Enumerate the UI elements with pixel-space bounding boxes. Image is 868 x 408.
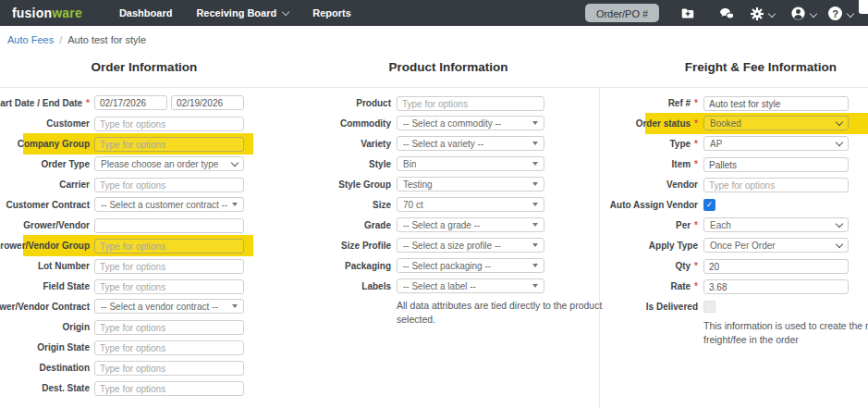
is-delivered-checkbox[interactable] [703,301,715,313]
nav-dashboard[interactable]: Dashboard [119,7,172,19]
form-row-grower-vendor: Grower/Vendor [0,217,248,232]
field-state-input[interactable] [94,279,244,294]
origin-state-input[interactable] [94,340,244,355]
lot-number-input[interactable] [94,259,244,274]
form-row-style-group: Style GroupTesting [305,177,582,192]
breadcrumb-auto-fees-link[interactable]: Auto Fees [7,34,54,45]
variety-control: -- Select a variety -- [397,136,544,151]
customer-contract-selected-value: -- Select a customer contract -- [101,200,227,210]
order-status-label-box: Order status* [605,118,698,129]
per-select[interactable]: Each [703,217,849,232]
company-group-label: Company Group [18,139,90,149]
ref-input[interactable] [703,96,849,111]
order-status-label: Order status [636,118,691,129]
company-group-input[interactable] [94,137,244,152]
form-row-commodity: Commodity-- Select a commodity -- [305,116,582,130]
style-label-box: Style [305,159,391,169]
qty-control [703,257,849,275]
grade-select[interactable]: -- Select a grade -- [397,217,544,232]
customer-label: Customer [46,118,90,129]
rate-input[interactable] [703,279,849,294]
form-row-size: Size70 ct [305,197,582,212]
order-po-search-button[interactable]: Order/PO # [585,4,659,22]
folder-plus-icon[interactable] [679,6,695,21]
vendor-control [703,176,849,193]
user-menu-chevron-icon[interactable] [810,10,817,18]
grower-vendor-input[interactable] [94,218,244,233]
section-heading-freight-fee-information: Freight & Fee Information [630,60,868,74]
dropdown-caret-icon [532,264,538,267]
fusionware-logo[interactable]: fusionware [12,6,82,20]
dropdown-caret-icon [532,243,538,247]
help-menu-chevron-icon[interactable] [847,10,854,18]
gear-menu-chevron-icon[interactable] [768,10,776,18]
style-group-select[interactable]: Testing [397,177,544,192]
ref-label-box: Ref #* [605,98,698,108]
size-select[interactable]: 70 ct [397,197,544,212]
customer-contract-label-box: Customer Contract [0,200,90,210]
order-status-required-asterisk: * [694,118,698,129]
customer-input[interactable] [94,117,244,131]
type-label: Type [669,139,691,149]
item-label-box: Item* [605,159,698,169]
product-control [397,94,544,112]
user-icon[interactable] [790,6,806,21]
grower-vendor-group-control [94,237,244,254]
grower-vendor-group-input[interactable] [94,239,244,253]
order-type-label: Order Type [41,159,90,169]
gear-icon[interactable] [749,6,764,21]
style-group-control: Testing [397,177,544,192]
grower-vendor-contract-select[interactable]: -- Select a vendor contract -- [94,299,244,314]
style-group-selected-value: Testing [403,179,433,190]
nav-receiving-board[interactable]: Receiving Board [196,7,288,19]
packaging-control: -- Select packaging -- [397,258,544,273]
form-row-product: Product [305,95,582,110]
start-date-end-date-label-box: Start Date / End Date* [0,98,90,108]
size-profile-select[interactable]: -- Select a size profile -- [397,238,544,253]
form-row-customer-contract: Customer Contract-- Select a customer co… [0,197,248,212]
per-selected-value: Each [710,220,731,230]
is-delivered-label: Is Delivered [646,302,698,312]
form-row-labels: Labels-- Select a label -- [305,278,582,293]
grower-vendor-contract-label-box: Grower/Vendor Contract [0,302,90,312]
origin-label: Origin [63,322,90,332]
destination-input[interactable] [94,361,244,376]
packaging-select[interactable]: -- Select packaging -- [397,258,544,273]
form-row-grade: Grade-- Select a grade -- [305,217,582,232]
style-label: Style [369,159,391,169]
form-row-destination: Destination [0,360,248,375]
type-label-box: Type* [605,139,698,149]
labels-select[interactable]: -- Select a label -- [397,278,544,293]
commodity-select[interactable]: -- Select a commodity -- [397,116,544,130]
item-input[interactable] [703,157,849,172]
order-type-select[interactable]: Please choose an order type [94,156,244,171]
field-state-label-box: Field State [0,281,90,291]
vendor-input[interactable] [703,178,849,192]
style-select[interactable]: Bin [397,156,544,171]
dest-state-input[interactable] [94,381,244,396]
type-required-asterisk: * [694,139,698,149]
origin-input[interactable] [94,320,244,335]
qty-input[interactable] [703,259,849,274]
dropdown-caret-icon [232,304,238,308]
order-status-select[interactable]: Booked [703,116,849,130]
qty-required-asterisk: * [694,261,698,271]
nav-reports[interactable]: Reports [312,7,351,19]
auto-assign-vendor-label-box: Auto Assign Vendor [605,200,698,210]
help-icon[interactable]: ? [827,6,843,21]
vendor-label-box: Vendor [605,179,698,190]
auto-assign-vendor-checkbox[interactable]: ✓ [703,199,715,211]
carrier-input[interactable] [94,178,244,192]
customer-contract-select[interactable]: -- Select a customer contract -- [94,197,244,212]
apply-type-select[interactable]: Once Per Order [703,238,849,253]
start-date-end-date-input-1[interactable] [94,95,167,110]
messages-icon[interactable] [719,6,735,21]
product-input[interactable] [397,96,544,111]
labels-label-box: Labels [305,281,391,291]
type-selected-value: AP [710,139,722,149]
variety-select[interactable]: -- Select a variety -- [397,136,544,151]
start-date-end-date-input-2[interactable] [171,95,244,110]
column-divider [599,88,600,408]
type-select[interactable]: AP [703,136,849,151]
dest-state-control [94,379,244,397]
